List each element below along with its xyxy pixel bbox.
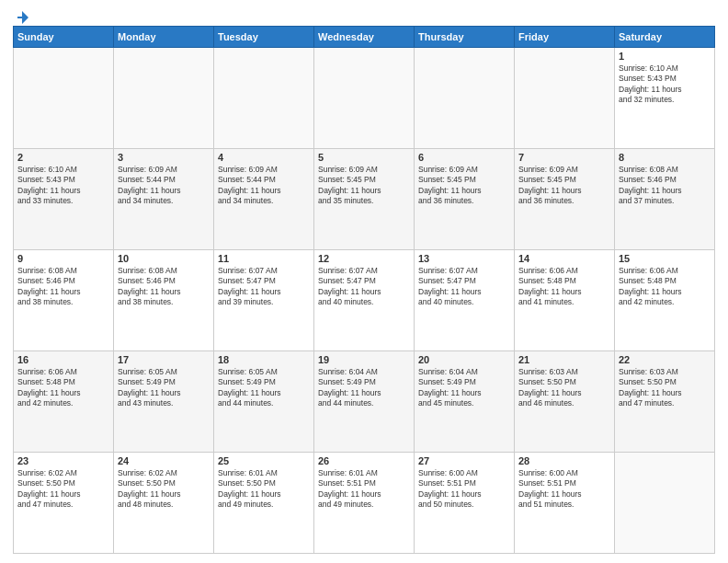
day-number: 24: [118, 455, 210, 466]
calendar-cell: 15Sunrise: 6:06 AM Sunset: 5:48 PM Dayli…: [615, 250, 715, 351]
day-number: 26: [318, 455, 410, 466]
calendar-cell: 27Sunrise: 6:00 AM Sunset: 5:51 PM Dayli…: [415, 453, 515, 554]
day-number: 19: [318, 354, 410, 365]
calendar-cell: 13Sunrise: 6:07 AM Sunset: 5:47 PM Dayli…: [415, 250, 515, 351]
day-info: Sunrise: 6:00 AM Sunset: 5:51 PM Dayligh…: [518, 468, 610, 511]
day-number: 2: [17, 152, 109, 163]
calendar-cell: 26Sunrise: 6:01 AM Sunset: 5:51 PM Dayli…: [314, 453, 415, 554]
calendar-cell: 2Sunrise: 6:10 AM Sunset: 5:43 PM Daylig…: [14, 149, 114, 250]
calendar-cell: 9Sunrise: 6:08 AM Sunset: 5:46 PM Daylig…: [14, 250, 114, 351]
day-number: 14: [518, 253, 610, 264]
day-info: Sunrise: 6:01 AM Sunset: 5:50 PM Dayligh…: [218, 468, 310, 511]
day-info: Sunrise: 6:04 AM Sunset: 5:49 PM Dayligh…: [418, 367, 510, 409]
day-info: Sunrise: 6:06 AM Sunset: 5:48 PM Dayligh…: [518, 266, 610, 308]
calendar-cell: 24Sunrise: 6:02 AM Sunset: 5:50 PM Dayli…: [114, 453, 214, 554]
calendar-cell: 6Sunrise: 6:09 AM Sunset: 5:45 PM Daylig…: [415, 149, 515, 250]
day-number: 18: [218, 354, 310, 365]
day-number: 6: [418, 152, 510, 163]
day-number: 20: [418, 354, 510, 365]
day-number: 7: [518, 152, 610, 163]
day-info: Sunrise: 6:09 AM Sunset: 5:45 PM Dayligh…: [518, 165, 610, 207]
weekday-header-monday: Monday: [114, 27, 214, 48]
weekday-header-sunday: Sunday: [14, 27, 114, 48]
calendar-week-1: 1Sunrise: 6:10 AM Sunset: 5:43 PM Daylig…: [14, 48, 715, 149]
calendar-week-4: 16Sunrise: 6:06 AM Sunset: 5:48 PM Dayli…: [14, 351, 715, 453]
day-info: Sunrise: 6:09 AM Sunset: 5:45 PM Dayligh…: [318, 165, 410, 207]
day-info: Sunrise: 6:08 AM Sunset: 5:46 PM Dayligh…: [17, 266, 109, 308]
day-info: Sunrise: 6:05 AM Sunset: 5:49 PM Dayligh…: [218, 367, 310, 409]
day-number: 1: [619, 51, 711, 62]
calendar-cell: [515, 48, 615, 149]
logo-icon: [14, 9, 30, 26]
calendar-week-5: 23Sunrise: 6:02 AM Sunset: 5:50 PM Dayli…: [14, 453, 715, 554]
day-info: Sunrise: 6:02 AM Sunset: 5:50 PM Dayligh…: [17, 468, 109, 511]
calendar-cell: [415, 48, 515, 149]
day-number: 17: [118, 354, 210, 365]
svg-marker-0: [17, 11, 28, 24]
day-number: 25: [218, 455, 310, 466]
day-number: 15: [619, 253, 711, 264]
day-info: Sunrise: 6:06 AM Sunset: 5:48 PM Dayligh…: [17, 367, 109, 409]
day-info: Sunrise: 6:04 AM Sunset: 5:49 PM Dayligh…: [318, 367, 410, 409]
day-info: Sunrise: 6:01 AM Sunset: 5:51 PM Dayligh…: [318, 468, 410, 511]
header: [13, 9, 715, 22]
day-info: Sunrise: 6:03 AM Sunset: 5:50 PM Dayligh…: [518, 367, 610, 409]
page: SundayMondayTuesdayWednesdayThursdayFrid…: [0, 0, 728, 563]
calendar-cell: 11Sunrise: 6:07 AM Sunset: 5:47 PM Dayli…: [214, 250, 314, 351]
calendar-cell: 20Sunrise: 6:04 AM Sunset: 5:49 PM Dayli…: [415, 351, 515, 453]
day-info: Sunrise: 6:05 AM Sunset: 5:49 PM Dayligh…: [118, 367, 210, 409]
calendar-cell: 8Sunrise: 6:08 AM Sunset: 5:46 PM Daylig…: [615, 149, 715, 250]
day-number: 8: [619, 152, 711, 163]
calendar-cell: [14, 48, 114, 149]
day-number: 16: [17, 354, 109, 365]
calendar-cell: 10Sunrise: 6:08 AM Sunset: 5:46 PM Dayli…: [114, 250, 214, 351]
calendar-cell: 23Sunrise: 6:02 AM Sunset: 5:50 PM Dayli…: [14, 453, 114, 554]
logo: [13, 9, 31, 22]
day-info: Sunrise: 6:02 AM Sunset: 5:50 PM Dayligh…: [118, 468, 210, 511]
calendar-cell: [114, 48, 214, 149]
day-number: 9: [17, 253, 109, 264]
day-info: Sunrise: 6:09 AM Sunset: 5:44 PM Dayligh…: [218, 165, 310, 207]
day-number: 3: [118, 152, 210, 163]
calendar-cell: 18Sunrise: 6:05 AM Sunset: 5:49 PM Dayli…: [214, 351, 314, 453]
calendar-cell: 21Sunrise: 6:03 AM Sunset: 5:50 PM Dayli…: [515, 351, 615, 453]
calendar-table: SundayMondayTuesdayWednesdayThursdayFrid…: [13, 26, 715, 554]
calendar-cell: 28Sunrise: 6:00 AM Sunset: 5:51 PM Dayli…: [515, 453, 615, 554]
day-info: Sunrise: 6:10 AM Sunset: 5:43 PM Dayligh…: [619, 63, 711, 106]
calendar-week-3: 9Sunrise: 6:08 AM Sunset: 5:46 PM Daylig…: [14, 250, 715, 351]
day-info: Sunrise: 6:08 AM Sunset: 5:46 PM Dayligh…: [619, 165, 711, 207]
calendar-cell: 5Sunrise: 6:09 AM Sunset: 5:45 PM Daylig…: [314, 149, 415, 250]
day-number: 22: [619, 354, 711, 365]
day-number: 12: [318, 253, 410, 264]
calendar-header-row: SundayMondayTuesdayWednesdayThursdayFrid…: [14, 27, 715, 48]
day-info: Sunrise: 6:07 AM Sunset: 5:47 PM Dayligh…: [418, 266, 510, 308]
calendar-cell: 12Sunrise: 6:07 AM Sunset: 5:47 PM Dayli…: [314, 250, 415, 351]
day-info: Sunrise: 6:07 AM Sunset: 5:47 PM Dayligh…: [318, 266, 410, 308]
calendar-cell: [314, 48, 415, 149]
day-info: Sunrise: 6:00 AM Sunset: 5:51 PM Dayligh…: [418, 468, 510, 511]
calendar-cell: 4Sunrise: 6:09 AM Sunset: 5:44 PM Daylig…: [214, 149, 314, 250]
day-info: Sunrise: 6:06 AM Sunset: 5:48 PM Dayligh…: [619, 266, 711, 308]
weekday-header-thursday: Thursday: [415, 27, 515, 48]
day-number: 11: [218, 253, 310, 264]
day-number: 28: [518, 455, 610, 466]
day-info: Sunrise: 6:08 AM Sunset: 5:46 PM Dayligh…: [118, 266, 210, 308]
weekday-header-friday: Friday: [515, 27, 615, 48]
calendar-cell: 14Sunrise: 6:06 AM Sunset: 5:48 PM Dayli…: [515, 250, 615, 351]
weekday-header-wednesday: Wednesday: [314, 27, 415, 48]
day-number: 21: [518, 354, 610, 365]
day-number: 23: [17, 455, 109, 466]
calendar-cell: 3Sunrise: 6:09 AM Sunset: 5:44 PM Daylig…: [114, 149, 214, 250]
calendar-cell: [615, 453, 715, 554]
day-info: Sunrise: 6:07 AM Sunset: 5:47 PM Dayligh…: [218, 266, 310, 308]
calendar-cell: 25Sunrise: 6:01 AM Sunset: 5:50 PM Dayli…: [214, 453, 314, 554]
day-info: Sunrise: 6:09 AM Sunset: 5:44 PM Dayligh…: [118, 165, 210, 207]
weekday-header-saturday: Saturday: [615, 27, 715, 48]
calendar-cell: 1Sunrise: 6:10 AM Sunset: 5:43 PM Daylig…: [615, 48, 715, 149]
calendar-cell: 19Sunrise: 6:04 AM Sunset: 5:49 PM Dayli…: [314, 351, 415, 453]
calendar-week-2: 2Sunrise: 6:10 AM Sunset: 5:43 PM Daylig…: [14, 149, 715, 250]
day-info: Sunrise: 6:10 AM Sunset: 5:43 PM Dayligh…: [17, 165, 109, 207]
day-info: Sunrise: 6:09 AM Sunset: 5:45 PM Dayligh…: [418, 165, 510, 207]
day-number: 4: [218, 152, 310, 163]
calendar-cell: 22Sunrise: 6:03 AM Sunset: 5:50 PM Dayli…: [615, 351, 715, 453]
